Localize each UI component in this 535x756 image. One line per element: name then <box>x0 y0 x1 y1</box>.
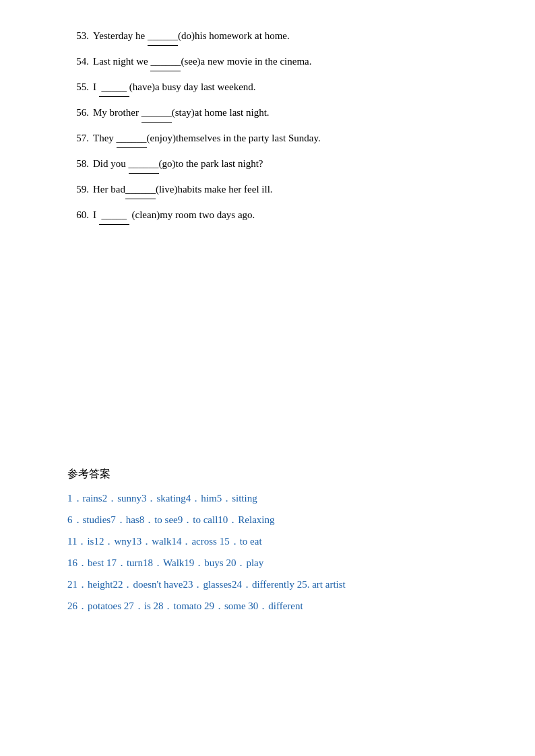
question-item: 57.They ______(enjoy)themselves in the p… <box>67 129 481 148</box>
question-item: 54.Last night we ______(see)a new movie … <box>67 53 481 71</box>
answer-line: 6．studies7．has8．to see9．to call10．Relaxi… <box>67 510 481 530</box>
blank: ______ <box>150 53 181 71</box>
answers-title: 参考答案 <box>67 467 481 481</box>
question-text: I _____ (clean)my room two days ago. <box>93 206 481 225</box>
question-text: Her bad______(live)habits make her feel … <box>93 180 481 199</box>
blank: ______ <box>117 129 147 148</box>
question-item: 60.I _____ (clean)my room two days ago. <box>67 206 481 225</box>
question-item: 55.I _____(have)a busy day last weekend. <box>67 78 481 97</box>
question-number: 55. <box>67 78 89 96</box>
question-text: Yesterday he ______(do)his homework at h… <box>93 27 481 46</box>
answer-line: 21．height22．doesn't have23．glasses24．dif… <box>67 574 481 594</box>
question-number: 60. <box>67 206 89 224</box>
question-item: 56.My brother ______(stay)at home last n… <box>67 104 481 123</box>
question-item: 53.Yesterday he ______(do)his homework a… <box>67 27 481 46</box>
answer-line: 26．potatoes 27．is 28．tomato 29．some 30．d… <box>67 596 481 616</box>
blank: ______ <box>129 155 159 174</box>
blank: _____ <box>99 78 129 97</box>
question-text: They ______(enjoy)themselves in the part… <box>93 129 481 148</box>
question-text: I _____(have)a busy day last weekend. <box>93 78 481 97</box>
question-number: 54. <box>67 53 89 71</box>
answer-line: 1．rains2．sunny3．skating4．him5．sitting <box>67 488 481 508</box>
question-number: 57. <box>67 129 89 147</box>
question-number: 53. <box>67 27 89 45</box>
question-text: Last night we ______(see)a new movie in … <box>93 53 481 71</box>
questions-section: 53.Yesterday he ______(do)his homework a… <box>67 27 481 225</box>
question-number: 56. <box>67 104 89 122</box>
question-item: 59.Her bad______(live)habits make her fe… <box>67 180 481 199</box>
blank: ______ <box>141 104 172 123</box>
blank: ______ <box>148 27 178 46</box>
question-number: 59. <box>67 180 89 199</box>
blank: ______ <box>125 180 156 199</box>
question-text: Did you ______(go)to the park last night… <box>93 155 481 174</box>
blank: _____ <box>99 206 129 225</box>
question-item: 58.Did you ______(go)to the park last ni… <box>67 155 481 174</box>
answer-line: 11．is12．wny13．walk14．across 15．to eat <box>67 531 481 551</box>
question-text: My brother ______(stay)at home last nigh… <box>93 104 481 123</box>
answers-section: 参考答案 1．rains2．sunny3．skating4．him5．sitti… <box>67 467 481 616</box>
answer-line: 16．best 17．turn18．Walk19．buys 20．play <box>67 553 481 573</box>
question-number: 58. <box>67 155 89 173</box>
